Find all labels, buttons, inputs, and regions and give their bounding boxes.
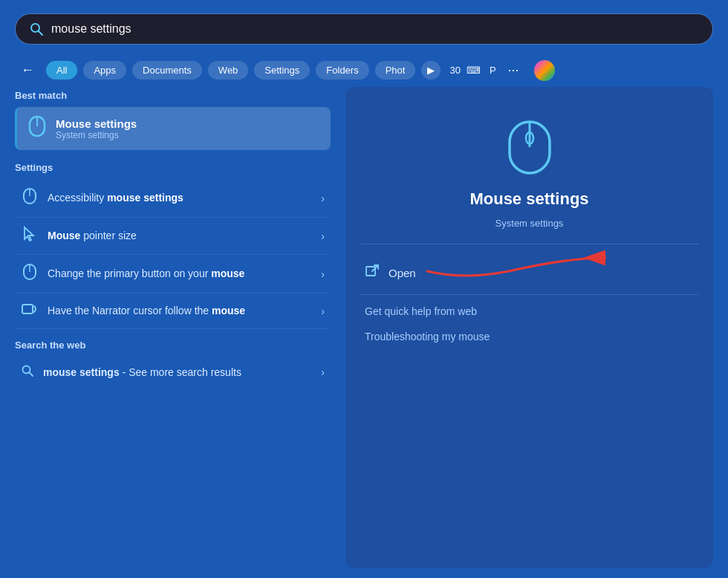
filter-chip-phot[interactable]: Phot	[375, 61, 416, 79]
best-match-title: Mouse settings	[56, 117, 137, 130]
web-search-icon	[21, 364, 34, 380]
troubleshoot-action[interactable]: Troubleshooting my mouse	[360, 325, 698, 348]
web-item-arrow: ›	[321, 366, 325, 378]
filter-chip-settings[interactable]: Settings	[254, 61, 310, 79]
settings-label: Settings	[15, 162, 331, 173]
best-match-label: Best match	[15, 90, 331, 101]
settings-item-4[interactable]: Have the Narrator cursor follow the mous…	[15, 293, 331, 329]
filter-bar: ← All Apps Documents Web Settings Folder…	[0, 53, 728, 87]
arrow-annotation	[420, 250, 613, 294]
mouse-icon	[504, 116, 556, 179]
filter-chip-web[interactable]: Web	[208, 61, 249, 79]
best-match-section: Best match Mouse settings System setting…	[15, 90, 331, 150]
settings-item-3-text: Change the primary button on your mouse	[48, 267, 312, 282]
settings-item-1-text: Accessibility mouse settings	[48, 191, 312, 206]
open-icon	[365, 264, 380, 282]
narrator-icon	[21, 302, 39, 320]
svg-rect-14	[366, 267, 375, 276]
filter-chip-apps[interactable]: Apps	[83, 61, 126, 79]
mouse-icon-wrapper	[500, 114, 559, 181]
back-button[interactable]: ←	[15, 59, 40, 81]
accessibility-mouse-icon	[21, 187, 39, 209]
filter-p-label: P	[490, 65, 496, 76]
filter-avatar	[534, 60, 555, 81]
filter-count: 30	[449, 65, 460, 76]
mouse-pointer-icon	[21, 226, 39, 246]
filter-play-button[interactable]: ▶	[421, 61, 441, 79]
filter-chip-documents[interactable]: Documents	[132, 61, 202, 79]
filter-chip-folders[interactable]: Folders	[316, 61, 368, 79]
settings-item-2[interactable]: Mouse pointer size ›	[15, 218, 331, 255]
best-match-subtitle: System settings	[56, 130, 137, 140]
search-bar[interactable]	[15, 13, 713, 45]
svg-line-10	[29, 372, 33, 376]
settings-item-2-arrow: ›	[321, 230, 325, 242]
detail-title: Mouse settings	[469, 189, 588, 209]
settings-section: Settings Accessibility mouse settings ›	[15, 162, 331, 329]
main-content: Best match Mouse settings System setting…	[0, 87, 728, 568]
detail-top: Mouse settings System settings	[345, 87, 713, 244]
search-input[interactable]	[51, 22, 699, 36]
detail-actions: Open Get quick help from web Trouble	[345, 244, 713, 360]
left-panel: Best match Mouse settings System setting…	[15, 87, 345, 568]
open-action[interactable]: Open	[360, 256, 698, 290]
filter-usb-icon: ⌨	[467, 65, 481, 76]
red-arrow	[420, 250, 613, 291]
web-search-item[interactable]: mouse settings - See more search results…	[15, 357, 331, 388]
filter-chip-all[interactable]: All	[46, 61, 77, 79]
best-match-icon	[27, 114, 47, 143]
open-label: Open	[389, 267, 416, 279]
settings-item-4-text: Have the Narrator cursor follow the mous…	[48, 304, 312, 319]
right-panel: Mouse settings System settings Open	[345, 87, 713, 568]
detail-subtitle: System settings	[495, 218, 564, 229]
settings-item-1-arrow: ›	[321, 192, 325, 204]
settings-item-3-arrow: ›	[321, 268, 325, 280]
primary-button-icon	[21, 263, 39, 285]
help-action[interactable]: Get quick help from web	[360, 299, 698, 323]
search-web-section: Search the web mouse settings - See more…	[15, 340, 331, 388]
web-item-text: mouse settings - See more search results	[43, 366, 312, 378]
filter-more-button[interactable]: ···	[502, 59, 525, 81]
help-divider	[360, 294, 698, 295]
search-web-label: Search the web	[15, 340, 331, 351]
web-item-sub: - See more search results	[120, 366, 241, 378]
settings-item-4-arrow: ›	[321, 305, 325, 317]
svg-rect-8	[22, 305, 33, 314]
best-match-item[interactable]: Mouse settings System settings	[15, 107, 331, 150]
best-match-text: Mouse settings System settings	[56, 117, 137, 140]
search-container	[0, 0, 728, 53]
svg-line-1	[39, 31, 43, 36]
search-icon	[29, 22, 44, 36]
settings-item-2-text: Mouse pointer size	[48, 229, 312, 244]
settings-item-1[interactable]: Accessibility mouse settings ›	[15, 179, 331, 218]
settings-item-3[interactable]: Change the primary button on your mouse …	[15, 255, 331, 293]
